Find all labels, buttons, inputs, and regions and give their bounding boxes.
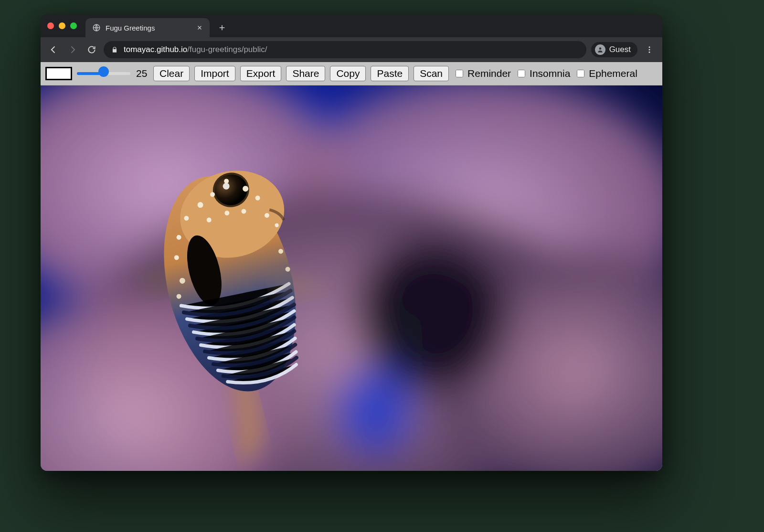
reminder-label: Reminder xyxy=(467,68,511,79)
window-minimize-button[interactable] xyxy=(59,22,65,29)
close-icon[interactable] xyxy=(196,24,203,31)
browser-toolbar: tomayac.github.io/fugu-greetings/public/… xyxy=(41,37,662,62)
color-swatch[interactable] xyxy=(45,67,72,80)
import-button[interactable]: Import xyxy=(194,66,235,81)
clear-button[interactable]: Clear xyxy=(153,66,190,81)
lock-icon xyxy=(111,46,118,53)
url-text: tomayac.github.io/fugu-greetings/public/ xyxy=(124,45,267,54)
ephemeral-checkbox-input[interactable] xyxy=(577,70,584,77)
canvas-area[interactable] xyxy=(41,85,662,471)
reload-button[interactable] xyxy=(85,43,99,57)
svg-point-2 xyxy=(649,46,650,48)
window-close-button[interactable] xyxy=(47,22,54,29)
app-toolbar: 25 Clear Import Export Share Copy Paste … xyxy=(41,62,662,85)
scan-button[interactable]: Scan xyxy=(414,66,449,81)
insomnia-checkbox[interactable]: Insomnia xyxy=(516,68,570,79)
insomnia-label: Insomnia xyxy=(530,68,570,79)
svg-point-12 xyxy=(337,367,413,453)
guest-label: Guest xyxy=(609,45,631,54)
globe-icon xyxy=(92,23,101,32)
window-controls xyxy=(47,14,85,37)
browser-window: Fugu Greetings xyxy=(41,14,662,471)
brush-size-slider[interactable] xyxy=(78,72,130,75)
address-bar[interactable]: tomayac.github.io/fugu-greetings/public/ xyxy=(104,41,586,58)
ephemeral-checkbox[interactable]: Ephemeral xyxy=(575,68,637,79)
svg-point-3 xyxy=(649,49,650,51)
ephemeral-label: Ephemeral xyxy=(589,68,637,79)
svg-point-4 xyxy=(649,52,650,53)
export-button[interactable]: Export xyxy=(240,66,282,81)
insomnia-checkbox-input[interactable] xyxy=(518,70,525,77)
brush-size-value: 25 xyxy=(136,68,149,79)
reminder-checkbox-input[interactable] xyxy=(456,70,463,77)
page-content: 25 Clear Import Export Share Copy Paste … xyxy=(41,62,662,471)
new-tab-button[interactable] xyxy=(213,19,231,36)
back-button[interactable] xyxy=(46,43,61,57)
url-path: /fugu-greetings/public/ xyxy=(187,45,267,54)
url-host: tomayac.github.io xyxy=(124,45,187,54)
tab-strip: Fugu Greetings xyxy=(41,14,662,37)
brush-size-slider-wrap xyxy=(77,71,131,76)
avatar-icon xyxy=(595,44,605,55)
browser-tab-active[interactable]: Fugu Greetings xyxy=(85,18,210,37)
paste-button[interactable]: Paste xyxy=(371,66,409,81)
window-zoom-button[interactable] xyxy=(70,22,77,29)
browser-menu-button[interactable] xyxy=(642,43,657,57)
tab-title: Fugu Greetings xyxy=(106,24,191,32)
reminder-checkbox[interactable]: Reminder xyxy=(454,68,511,79)
profile-guest-pill[interactable]: Guest xyxy=(591,42,637,57)
copy-button[interactable]: Copy xyxy=(330,66,366,81)
svg-point-1 xyxy=(599,47,601,50)
forward-button[interactable] xyxy=(65,43,80,57)
share-button[interactable]: Share xyxy=(286,66,325,81)
